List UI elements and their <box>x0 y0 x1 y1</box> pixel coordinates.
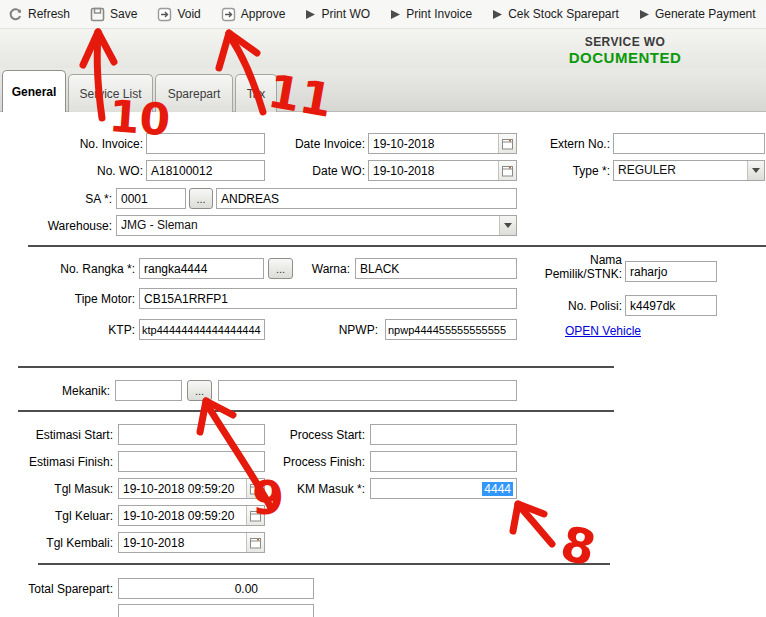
extern-no-input[interactable] <box>613 133 765 154</box>
void-label: Void <box>177 7 200 21</box>
date-invoice-field <box>368 133 517 154</box>
open-vehicle-link[interactable]: OPEN Vehicle <box>565 324 641 338</box>
date-wo-label: Date WO: <box>255 164 365 178</box>
sa-code-input[interactable] <box>116 188 186 209</box>
save-button[interactable]: Save <box>90 7 137 22</box>
calendar-icon[interactable] <box>246 533 264 552</box>
estimasi-start-input[interactable] <box>118 424 265 445</box>
date-invoice-label: Date Invoice: <box>255 137 365 151</box>
process-start-label: Process Start: <box>265 428 365 442</box>
total-sparepart-input[interactable] <box>118 578 314 599</box>
total-sparepart-label: Total Sparepart: <box>0 582 113 596</box>
no-invoice-input[interactable] <box>146 133 265 154</box>
tgl-keluar-input[interactable] <box>119 506 246 525</box>
nama-pemilik-input[interactable] <box>625 261 717 282</box>
generate-payment-button[interactable]: Generate Payment <box>639 7 756 21</box>
tab-strip: General Service List Sparepart Tax <box>0 68 766 112</box>
annotation-arrowhead <box>518 504 544 514</box>
play-icon <box>639 9 650 20</box>
no-rangka-input[interactable] <box>139 258 264 279</box>
warehouse-label: Warehouse: <box>30 219 112 233</box>
sa-label: SA *: <box>30 192 112 206</box>
warna-input[interactable] <box>355 258 517 279</box>
print-wo-button[interactable]: Print WO <box>305 7 370 21</box>
tgl-keluar-label: Tgl Keluar: <box>13 509 113 523</box>
forward-arrow-icon <box>221 7 236 22</box>
nama-pemilik-label: Nama Pemilik/STNK: <box>532 253 622 281</box>
section-divider <box>18 366 614 368</box>
print-wo-label: Print WO <box>321 7 370 21</box>
chevron-down-icon[interactable] <box>747 161 764 180</box>
no-rangka-label: No. Rangka *: <box>5 262 135 276</box>
section-divider <box>28 245 766 247</box>
estimasi-start-label: Estimasi Start: <box>13 428 113 442</box>
warna-label: Warna: <box>280 262 350 276</box>
refresh-icon <box>8 7 23 22</box>
npwp-input[interactable] <box>385 319 517 340</box>
date-wo-input[interactable] <box>369 161 498 180</box>
approve-button[interactable]: Approve <box>221 7 286 22</box>
void-button[interactable]: Void <box>157 7 200 22</box>
tgl-kembali-field <box>118 532 265 553</box>
print-invoice-label: Print Invoice <box>406 7 472 21</box>
refresh-button[interactable]: Refresh <box>8 7 70 22</box>
approve-label: Approve <box>241 7 286 21</box>
mekanik-name-input[interactable] <box>218 380 517 401</box>
print-invoice-button[interactable]: Print Invoice <box>390 7 472 21</box>
ktp-input[interactable] <box>139 319 265 340</box>
cek-stock-sparepart-label: Cek Stock Sparepart <box>508 7 619 21</box>
km-masuk-input[interactable]: 4444 <box>370 478 517 499</box>
tab-sparepart[interactable]: Sparepart <box>155 74 233 112</box>
annotation-arrowhead <box>513 504 518 531</box>
date-invoice-input[interactable] <box>369 134 498 153</box>
total-next-input[interactable] <box>118 604 314 617</box>
extern-no-label: Extern No.: <box>500 137 610 151</box>
tab-tax[interactable]: Tax <box>235 74 277 112</box>
mekanik-label: Mekanik: <box>30 384 110 398</box>
calendar-icon[interactable] <box>246 506 264 525</box>
tgl-keluar-field <box>118 505 265 526</box>
tgl-kembali-input[interactable] <box>119 533 246 552</box>
tipe-motor-input[interactable] <box>139 288 517 309</box>
tab-service-list[interactable]: Service List <box>68 74 153 112</box>
cek-stock-sparepart-button[interactable]: Cek Stock Sparepart <box>492 7 619 21</box>
km-masuk-selected-text: 4444 <box>482 482 513 496</box>
play-icon <box>492 9 503 20</box>
mekanik-code-input[interactable] <box>115 380 182 401</box>
play-icon <box>305 9 316 20</box>
warehouse-value: JMG - Sleman <box>117 216 499 235</box>
no-polisi-input[interactable] <box>625 295 717 316</box>
page-title: SERVICE WO <box>490 35 760 49</box>
warehouse-select[interactable]: JMG - Sleman <box>116 215 517 236</box>
date-wo-field <box>368 160 517 181</box>
km-masuk-label: KM Masuk *: <box>285 482 365 496</box>
sa-browse-button[interactable]: ... <box>189 188 213 209</box>
tgl-masuk-field <box>118 478 265 499</box>
npwp-label: NPWP: <box>308 323 378 337</box>
tgl-masuk-input[interactable] <box>119 479 246 498</box>
no-wo-input[interactable] <box>146 160 265 181</box>
ktp-label: KTP: <box>55 323 135 337</box>
tab-general[interactable]: General <box>2 70 66 112</box>
process-start-input[interactable] <box>370 424 517 445</box>
mekanik-browse-button[interactable]: ... <box>187 380 212 401</box>
refresh-label: Refresh <box>28 7 70 21</box>
play-icon <box>390 9 401 20</box>
calendar-icon[interactable] <box>246 479 264 498</box>
save-label: Save <box>110 7 137 21</box>
type-select[interactable]: REGULER <box>613 160 765 181</box>
service-wo-window: Refresh Save Void Approve Print WO Print… <box>0 0 766 617</box>
tipe-motor-label: Tipe Motor: <box>5 292 135 306</box>
forward-arrow-icon <box>157 7 172 22</box>
status-badge: DOCUMENTED <box>490 49 760 66</box>
annotation-arrow-km-masuk <box>521 508 552 544</box>
tgl-kembali-label: Tgl Kembali: <box>13 536 113 550</box>
type-value: REGULER <box>614 161 747 180</box>
process-finish-label: Process Finish: <box>265 455 365 469</box>
toolbar: Refresh Save Void Approve Print WO Print… <box>0 0 766 29</box>
sa-name-input[interactable] <box>216 188 517 209</box>
process-finish-input[interactable] <box>370 451 517 472</box>
chevron-down-icon[interactable] <box>499 216 516 235</box>
estimasi-finish-input[interactable] <box>118 451 265 472</box>
no-polisi-label: No. Polisi: <box>542 299 622 313</box>
